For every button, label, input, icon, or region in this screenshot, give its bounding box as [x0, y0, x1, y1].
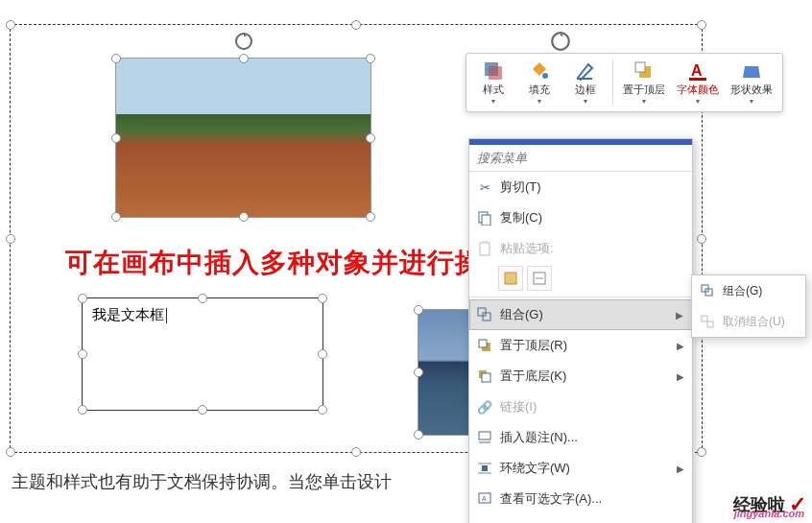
svg-rect-17 — [483, 313, 490, 321]
svg-rect-35 — [707, 321, 713, 327]
text-cursor — [166, 308, 167, 323]
svg-rect-34 — [702, 316, 707, 321]
wrap-text-icon — [475, 460, 494, 477]
font-color-label: 字体颜色 — [677, 83, 719, 97]
menu-send-back[interactable]: 置于底层(K) ▶ — [469, 361, 692, 392]
resize-handle[interactable] — [414, 430, 423, 440]
text-box[interactable]: 我是文本框 — [82, 297, 323, 411]
resize-handle[interactable] — [6, 20, 15, 30]
resize-handle[interactable] — [366, 133, 375, 143]
resize-handle[interactable] — [366, 54, 375, 63]
image-object-1[interactable] — [115, 58, 371, 218]
resize-handle[interactable] — [366, 212, 375, 222]
resize-handle[interactable] — [414, 368, 423, 377]
resize-handle[interactable] — [78, 294, 87, 303]
menu-label: 查看可选文字(A)... — [500, 490, 602, 508]
resize-handle[interactable] — [239, 54, 249, 63]
shape-effects-button[interactable]: 形状效果▾ — [725, 58, 778, 107]
outline-icon — [574, 59, 597, 83]
svg-rect-11 — [482, 215, 490, 226]
submenu-arrow-icon: ▶ — [677, 341, 684, 351]
fill-button[interactable]: 填充▾ — [516, 58, 562, 107]
paste-option-2[interactable] — [527, 266, 552, 291]
menu-label: 粘贴选项: — [500, 240, 554, 257]
svg-rect-24 — [482, 465, 488, 471]
bring-front-button[interactable]: 置于顶层▾ — [617, 58, 671, 107]
group-icon — [698, 282, 717, 299]
resize-handle[interactable] — [6, 447, 15, 457]
menu-more-layout[interactable]: 其他布局选项(L)... — [469, 514, 692, 523]
outline-button[interactable]: 边框▾ — [562, 58, 609, 107]
menu-copy[interactable]: 复制(C) — [469, 202, 692, 233]
menu-bring-front[interactable]: 置于顶层(R) ▶ — [469, 330, 692, 361]
font-color-button[interactable]: A 字体颜色▾ — [671, 58, 725, 107]
menu-label: 组合(G) — [500, 306, 543, 323]
resize-handle[interactable] — [351, 447, 361, 457]
chevron-down-icon: ▾ — [696, 97, 700, 106]
fill-label: 填充 — [529, 83, 550, 97]
clipboard-icon — [475, 240, 494, 257]
svg-rect-12 — [480, 243, 490, 255]
separator — [612, 59, 613, 106]
svg-rect-13 — [482, 241, 488, 244]
menu-wrap-text[interactable]: 环绕文字(W) ▶ — [469, 453, 692, 484]
paste-option-1[interactable] — [498, 266, 523, 291]
resize-handle[interactable] — [111, 54, 121, 63]
resize-handle[interactable] — [111, 133, 121, 143]
submenu-arrow-icon: ▶ — [676, 310, 683, 321]
watermark-url: jingyanla.com — [734, 508, 804, 519]
shape-effects-label: 形状效果 — [730, 83, 773, 97]
alt-text-icon: A — [475, 490, 494, 508]
menu-insert-caption[interactable]: 插入题注(N)... — [469, 422, 692, 453]
rotate-handle[interactable] — [234, 32, 253, 51]
resize-handle[interactable] — [198, 405, 207, 415]
font-color-icon: A — [686, 59, 709, 83]
svg-rect-5 — [577, 78, 592, 80]
ungroup-icon — [698, 313, 717, 330]
resize-handle[interactable] — [78, 405, 87, 415]
resize-handle[interactable] — [111, 212, 121, 222]
submenu-group[interactable]: 组合(G) — [692, 275, 805, 306]
style-button[interactable]: 样式▾ — [470, 58, 516, 107]
submenu-arrow-icon: ▶ — [677, 464, 684, 474]
bring-front-icon — [475, 337, 494, 354]
menu-search[interactable] — [469, 145, 692, 172]
bring-front-label: 置于顶层 — [623, 83, 665, 97]
resize-handle[interactable] — [198, 294, 207, 303]
submenu-ungroup: 取消组合(U) — [692, 306, 805, 337]
resize-handle[interactable] — [351, 20, 361, 30]
annotation-caption: 可在画布中插入多种对象并进行操作 — [65, 245, 511, 281]
svg-rect-21 — [482, 373, 490, 382]
separator — [469, 297, 692, 297]
menu-alt-text[interactable]: A 查看可选文字(A)... — [469, 484, 692, 514]
watermark: 经验啦 ✓ jingyanla.com — [733, 492, 806, 517]
resize-handle[interactable] — [697, 447, 706, 457]
style-icon — [482, 59, 505, 83]
resize-handle[interactable] — [414, 305, 423, 315]
outline-label: 边框 — [575, 83, 596, 97]
bring-front-icon — [633, 59, 656, 83]
resize-handle[interactable] — [239, 212, 249, 222]
menu-paste-options-label: 粘贴选项: — [469, 233, 692, 264]
menu-label: 插入题注(N)... — [500, 429, 578, 446]
resize-handle[interactable] — [6, 234, 15, 244]
rotate-handle-2[interactable] — [550, 31, 571, 55]
svg-rect-7 — [635, 62, 645, 72]
menu-group[interactable]: 组合(G) ▶ — [469, 299, 692, 330]
resize-handle[interactable] — [318, 349, 327, 359]
resize-handle[interactable] — [318, 294, 327, 303]
svg-point-4 — [542, 73, 548, 79]
resize-handle[interactable] — [697, 20, 706, 30]
menu-label: 链接(I) — [500, 398, 537, 416]
menu-label: 置于底层(K) — [500, 368, 566, 385]
svg-rect-16 — [478, 308, 486, 316]
menu-label: 置于顶层(R) — [500, 337, 567, 354]
menu-cut[interactable]: ✂ 剪切(T) — [469, 172, 692, 202]
fill-icon — [528, 59, 551, 83]
menu-label: 环绕文字(W) — [500, 460, 570, 477]
chevron-down-icon: ▾ — [537, 97, 541, 106]
resize-handle[interactable] — [318, 405, 327, 415]
search-input[interactable] — [469, 145, 692, 171]
resize-handle[interactable] — [78, 349, 87, 359]
resize-handle[interactable] — [697, 234, 706, 244]
